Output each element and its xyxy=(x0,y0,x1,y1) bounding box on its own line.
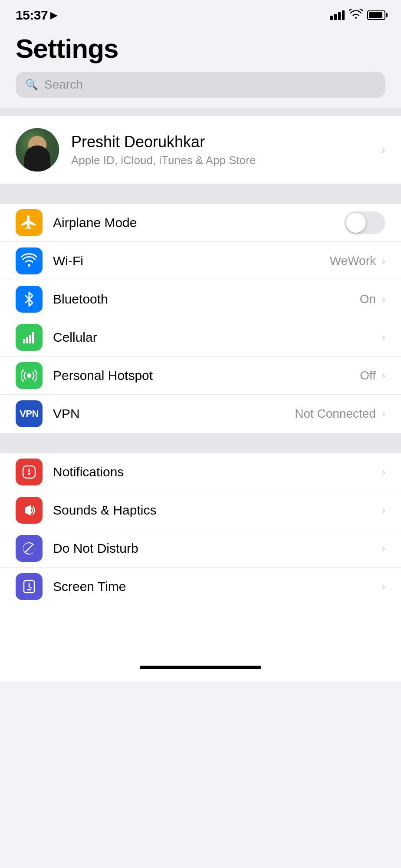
status-bar: 15:37 ▶ xyxy=(0,0,401,27)
home-indicator xyxy=(0,658,401,681)
vpn-right: Not Connected › xyxy=(295,407,385,421)
search-icon: 🔍 xyxy=(25,79,38,91)
sounds-haptics-row[interactable]: Sounds & Haptics › xyxy=(0,491,401,529)
screen-time-label: Screen Time xyxy=(53,579,126,594)
wifi-chevron-icon: › xyxy=(382,255,385,267)
battery-icon xyxy=(367,10,385,20)
bluetooth-icon xyxy=(16,286,43,313)
bluetooth-chevron-icon: › xyxy=(382,293,385,305)
screen-time-chevron-icon: › xyxy=(382,581,385,593)
cellular-right: › xyxy=(380,331,385,343)
notifications-label: Notifications xyxy=(53,465,124,479)
status-time: 15:37 xyxy=(16,8,48,23)
sounds-haptics-right: › xyxy=(380,504,385,516)
sounds-haptics-content: Sounds & Haptics › xyxy=(53,503,385,518)
bluetooth-value: On xyxy=(360,292,376,306)
vpn-label: VPN xyxy=(53,406,80,421)
do-not-disturb-chevron-icon: › xyxy=(382,542,385,554)
svg-rect-4 xyxy=(32,332,34,343)
personal-hotspot-chevron-icon: › xyxy=(382,370,385,382)
sounds-haptics-label: Sounds & Haptics xyxy=(53,503,156,518)
wifi-label: Wi-Fi xyxy=(53,254,83,268)
screen-time-icon xyxy=(16,573,43,600)
notifications-icon xyxy=(16,459,43,485)
connectivity-section: Airplane Mode Wi-Fi WeWork › xyxy=(0,204,401,433)
search-input[interactable]: Search xyxy=(44,78,83,92)
wifi-right: WeWork › xyxy=(330,254,385,268)
wifi-value: WeWork xyxy=(330,254,376,268)
cellular-chevron-icon: › xyxy=(382,331,385,343)
airplane-mode-row[interactable]: Airplane Mode xyxy=(0,204,401,242)
do-not-disturb-icon xyxy=(16,535,43,562)
svg-point-7 xyxy=(28,472,30,475)
svg-rect-3 xyxy=(29,335,31,343)
profile-subtitle: Apple ID, iCloud, iTunes & App Store xyxy=(71,154,381,167)
bluetooth-content: Bluetooth On › xyxy=(53,292,385,307)
cellular-label: Cellular xyxy=(53,330,97,345)
vpn-row[interactable]: VPN VPN Not Connected › xyxy=(0,395,401,433)
location-icon: ▶ xyxy=(50,10,58,21)
personal-hotspot-right: Off › xyxy=(360,369,385,383)
svg-rect-1 xyxy=(23,339,25,343)
airplane-mode-icon xyxy=(16,209,43,236)
notifications-chevron-icon: › xyxy=(382,466,385,478)
sounds-haptics-icon xyxy=(16,497,43,524)
wifi-content: Wi-Fi WeWork › xyxy=(53,254,385,268)
do-not-disturb-row[interactable]: Do Not Disturb › xyxy=(0,529,401,568)
svg-rect-2 xyxy=(26,337,28,343)
cellular-row[interactable]: Cellular › xyxy=(0,318,401,356)
status-icons xyxy=(330,9,385,22)
system-section: Notifications › Sounds & Haptics › xyxy=(0,453,401,606)
vpn-value: Not Connected xyxy=(295,407,376,421)
profile-chevron-icon: › xyxy=(381,143,385,157)
personal-hotspot-value: Off xyxy=(360,369,376,383)
bluetooth-right: On › xyxy=(360,292,385,306)
svg-point-0 xyxy=(28,264,30,267)
personal-hotspot-label: Personal Hotspot xyxy=(53,368,153,383)
profile-name: Preshit Deorukhkar xyxy=(71,133,381,151)
bluetooth-label: Bluetooth xyxy=(53,292,108,307)
screen-time-row[interactable]: Screen Time › xyxy=(0,568,401,606)
personal-hotspot-row[interactable]: Personal Hotspot Off › xyxy=(0,356,401,395)
cellular-icon xyxy=(16,324,43,351)
profile-row[interactable]: Preshit Deorukhkar Apple ID, iCloud, iTu… xyxy=(0,116,401,184)
wifi-row[interactable]: Wi-Fi WeWork › xyxy=(0,242,401,280)
personal-hotspot-content: Personal Hotspot Off › xyxy=(53,368,385,383)
search-bar-container[interactable]: 🔍 Search xyxy=(0,72,401,108)
profile-info: Preshit Deorukhkar Apple ID, iCloud, iTu… xyxy=(71,133,381,167)
wifi-icon xyxy=(16,248,43,274)
do-not-disturb-content: Do Not Disturb › xyxy=(53,541,385,556)
screen-time-right: › xyxy=(380,581,385,593)
bluetooth-row[interactable]: Bluetooth On › xyxy=(0,280,401,318)
home-bar xyxy=(140,666,261,669)
cellular-content: Cellular › xyxy=(53,330,385,345)
personal-hotspot-icon xyxy=(16,362,43,389)
section-divider-2 xyxy=(0,184,401,204)
svg-rect-10 xyxy=(27,589,31,591)
sounds-haptics-chevron-icon: › xyxy=(382,504,385,516)
do-not-disturb-label: Do Not Disturb xyxy=(53,541,138,556)
page-title: Settings xyxy=(16,33,385,64)
screen-time-content: Screen Time › xyxy=(53,579,385,594)
notifications-row[interactable]: Notifications › xyxy=(0,453,401,491)
svg-point-5 xyxy=(27,373,31,378)
airplane-mode-toggle[interactable] xyxy=(345,211,385,234)
svg-rect-8 xyxy=(29,469,30,472)
vpn-icon-text: VPN xyxy=(20,408,39,419)
notifications-content: Notifications › xyxy=(53,465,385,479)
avatar xyxy=(16,128,59,172)
profile-section: Preshit Deorukhkar Apple ID, iCloud, iTu… xyxy=(0,116,401,184)
page-title-section: Settings xyxy=(0,27,401,72)
bottom-space xyxy=(0,606,401,658)
section-divider-3 xyxy=(0,433,401,453)
signal-bars-icon xyxy=(330,10,345,20)
do-not-disturb-right: › xyxy=(380,542,385,554)
section-divider-1 xyxy=(0,108,401,116)
airplane-mode-content: Airplane Mode xyxy=(53,211,385,234)
vpn-chevron-icon: › xyxy=(382,408,385,420)
search-input-wrapper[interactable]: 🔍 Search xyxy=(16,72,385,98)
vpn-content: VPN Not Connected › xyxy=(53,406,385,421)
wifi-status-icon xyxy=(349,9,363,22)
notifications-right: › xyxy=(380,466,385,478)
airplane-mode-label: Airplane Mode xyxy=(53,215,137,230)
